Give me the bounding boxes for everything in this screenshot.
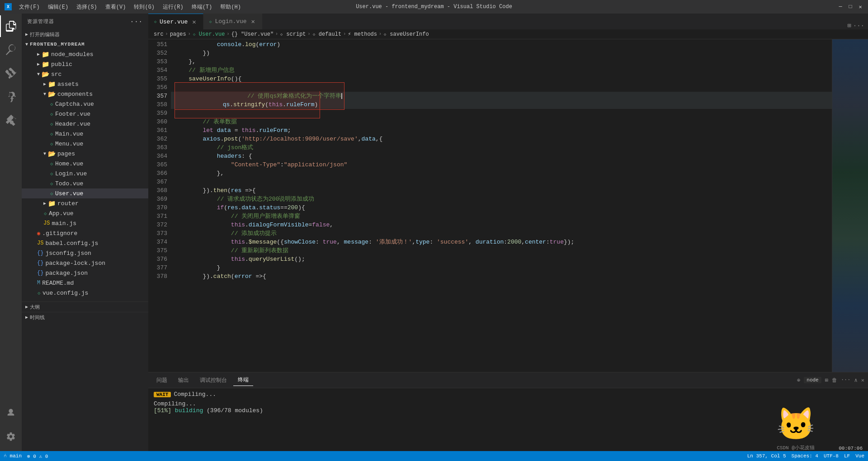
menu-goto[interactable]: 转到(G) xyxy=(130,2,158,12)
line-num-368: 368 xyxy=(157,186,167,195)
panel-tab-debug[interactable]: 调试控制台 xyxy=(195,375,231,386)
tree-vue-config[interactable]: ⬦ vue.config.js xyxy=(22,288,148,298)
menu-run[interactable]: 运行(R) xyxy=(159,2,187,12)
activity-extensions[interactable] xyxy=(0,109,22,131)
tree-package[interactable]: {} package.json xyxy=(22,268,148,278)
tree-captcha[interactable]: ⬦ Captcha.vue xyxy=(22,99,148,109)
tree-main-vue[interactable]: ⬦ Main.vue xyxy=(22,129,148,139)
git-branch[interactable]: ⑃ main xyxy=(4,453,22,459)
open-editors-header[interactable]: ▶ 打开的编辑器 xyxy=(22,29,148,39)
bc-uservue[interactable]: ⬦ User.vue xyxy=(193,31,225,38)
tree-src[interactable]: ▼ 📂 src xyxy=(22,69,148,79)
title-bar: X 文件(F) 编辑(E) 选择(S) 查看(V) 转到(G) 运行(R) 终端… xyxy=(0,0,868,14)
split-editor-icon[interactable]: ⊞ xyxy=(847,22,851,29)
bc-pages[interactable]: pages xyxy=(170,31,186,38)
bc-methods[interactable]: ⚡ methods xyxy=(348,31,377,38)
chevron-icon: ▶ xyxy=(25,32,28,37)
tab-close-login[interactable]: ✕ xyxy=(250,18,257,25)
errors-warnings[interactable]: ⊗ 0 ⚠ 0 xyxy=(27,453,48,459)
panel-plus-icon[interactable]: ⊕ xyxy=(797,377,800,384)
bc-script[interactable]: ⬦ script xyxy=(280,31,306,38)
tab-login-vue[interactable]: ⬦ Login.vue ✕ xyxy=(203,14,262,29)
tree-todo[interactable]: ⬦ Todo.vue xyxy=(22,179,148,188)
panel-ellipsis-icon[interactable]: ··· xyxy=(841,377,851,383)
tree-package-lock[interactable]: {} package-lock.json xyxy=(22,258,148,268)
outline-header[interactable]: ▶ 大纲 xyxy=(22,302,148,312)
more-actions-icon[interactable]: ··· xyxy=(853,22,864,29)
menu-help[interactable]: 帮助(H) xyxy=(217,2,245,12)
tree-jsconfig[interactable]: {} jsconfig.json xyxy=(22,248,148,258)
tree-node-modules[interactable]: ▶ 📁 node_modules xyxy=(22,49,148,59)
tree-readme[interactable]: M README.md xyxy=(22,278,148,288)
sidebar: 资源管理器 ··· ▶ 打开的编辑器 ▼ FRONTEND_MYDREAM ▶ … xyxy=(22,14,148,451)
panel-tab-terminal[interactable]: 终端 xyxy=(233,374,253,386)
tree-components[interactable]: ▼ 📂 components xyxy=(22,89,148,99)
tree-main-js[interactable]: JS main.js xyxy=(22,218,148,228)
tab-close-user[interactable]: ✕ xyxy=(190,18,198,25)
panel-split-icon[interactable]: ⊞ xyxy=(825,377,828,384)
menu-view[interactable]: 查看(V) xyxy=(102,2,130,12)
tree-user[interactable]: ⬦ User.vue xyxy=(22,188,148,198)
maximize-button[interactable]: □ xyxy=(847,4,854,10)
main-vue-label: Main.vue xyxy=(55,131,83,137)
panel-trash-icon[interactable]: 🗑 xyxy=(832,377,837,384)
js-icon: JS xyxy=(37,240,43,246)
minimize-button[interactable]: ─ xyxy=(837,4,844,10)
router-label: router xyxy=(57,200,79,207)
tree-header[interactable]: ⬦ Header.vue xyxy=(22,119,148,129)
terminal-line-1: WAIT Compiling... xyxy=(154,391,863,398)
tree-babel[interactable]: JS babel.config.js xyxy=(22,238,148,248)
activity-explorer[interactable] xyxy=(0,15,22,37)
menu-file[interactable]: 文件(F) xyxy=(15,2,43,12)
code-line-373: // 添加成功提示 xyxy=(171,229,832,238)
line-num-377: 377 xyxy=(157,263,167,272)
new-file-icon[interactable]: ··· xyxy=(130,18,143,25)
line-num-370: 370 xyxy=(157,203,167,212)
folder-icon: 📁 xyxy=(42,51,49,58)
tree-app-vue[interactable]: ⬦ App.vue xyxy=(22,208,148,218)
panel-tab-output[interactable]: 输出 xyxy=(174,375,193,386)
panel-actions[interactable]: ⊕ node ⊞ 🗑 ··· ∧ ✕ xyxy=(797,377,864,384)
tree-home[interactable]: ⬦ Home.vue xyxy=(22,159,148,169)
tab-actions[interactable]: ⊞ ··· xyxy=(844,22,868,29)
tree-public[interactable]: ▶ 📁 public xyxy=(22,59,148,69)
tree-assets[interactable]: ▶ 📁 assets xyxy=(22,79,148,89)
bc-src[interactable]: src xyxy=(154,31,164,38)
gitignore-label: .gitignore xyxy=(42,230,77,237)
activity-search[interactable] xyxy=(0,39,22,61)
node-modules-label: node_modules xyxy=(51,51,94,58)
menu-terminal[interactable]: 终端(T) xyxy=(188,2,216,12)
bc-uservue-str[interactable]: {} "User.vue" xyxy=(231,31,274,38)
panel-content[interactable]: WAIT Compiling... Compiling... [51%] bui… xyxy=(148,388,868,451)
menu-select[interactable]: 选择(S) xyxy=(73,2,101,12)
language-indicator[interactable]: Vue xyxy=(855,453,864,459)
tree-login[interactable]: ⬦ Login.vue xyxy=(22,169,148,179)
footer-label: Footer.vue xyxy=(55,111,90,118)
panel-close-icon[interactable]: ✕ xyxy=(861,377,864,384)
timeline-header[interactable]: ▶ 时间线 xyxy=(22,312,148,322)
sidebar-header-icons[interactable]: ··· xyxy=(130,18,143,25)
md-icon: M xyxy=(37,280,40,286)
tree-router[interactable]: ▶ 📁 router xyxy=(22,198,148,208)
activity-debug[interactable] xyxy=(0,86,22,108)
menu-bar[interactable]: 文件(F) 编辑(E) 选择(S) 查看(V) 转到(G) 运行(R) 终端(T… xyxy=(15,2,245,12)
close-button[interactable]: ✕ xyxy=(857,4,863,10)
tree-menu[interactable]: ⬦ Menu.vue xyxy=(22,139,148,149)
tree-pages[interactable]: ▼ 📂 pages xyxy=(22,149,148,159)
activity-account[interactable] xyxy=(0,402,22,424)
sidebar-content[interactable]: ▶ 打开的编辑器 ▼ FRONTEND_MYDREAM ▶ 📁 node_mod… xyxy=(22,29,148,451)
panel-tab-problems[interactable]: 问题 xyxy=(152,375,172,386)
tab-user-vue[interactable]: ⬦ User.vue ✕ xyxy=(148,14,203,29)
window-controls[interactable]: ─ □ ✕ xyxy=(837,4,863,10)
code-content[interactable]: console.log(error) }) }, // 新增用户信息 xyxy=(171,39,832,372)
tree-gitignore[interactable]: ◉ .gitignore xyxy=(22,228,148,238)
menu-edit[interactable]: 编辑(E) xyxy=(44,2,72,12)
activity-git[interactable] xyxy=(0,62,22,84)
activity-settings[interactable] xyxy=(0,426,22,447)
project-root-header[interactable]: ▼ FRONTEND_MYDREAM xyxy=(22,39,148,49)
bc-default[interactable]: ⬦ default xyxy=(312,31,342,38)
tree-footer[interactable]: ⬦ Footer.vue xyxy=(22,109,148,119)
panel-up-icon[interactable]: ∧ xyxy=(854,377,858,384)
code-editor[interactable]: 351 352 353 354 355 356 357 358 359 360 … xyxy=(148,39,868,372)
bc-saveuserinfo[interactable]: ⬦ saveUserInfo xyxy=(383,31,429,38)
